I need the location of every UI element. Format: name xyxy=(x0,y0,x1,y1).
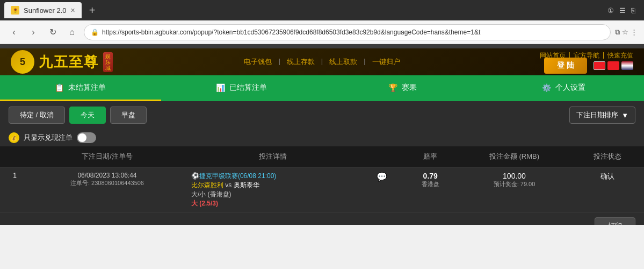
site-top-nav: 网站首页 | 官方导航 | 快速充值 xyxy=(540,51,633,60)
tab-title: Sunflower 2.0 xyxy=(24,6,67,15)
browser-actions: ① ☰ ⎘ xyxy=(607,6,640,15)
address-field[interactable]: 🔒 https://sports-bbin.agbukar.com/popup/… xyxy=(84,24,611,40)
browser-action-menu[interactable]: ☰ xyxy=(619,6,626,15)
filter-today[interactable]: 今天 xyxy=(69,107,106,124)
cashout-icon: 💰 xyxy=(9,132,19,143)
back-button[interactable]: ‹ xyxy=(6,25,21,40)
nav-settled-bets[interactable]: 📊 已结算注单 xyxy=(161,75,322,101)
app-container: 📋 未结算注单 📊 已结算注单 🏆 赛果 ⚙️ 个人设置 待定 / 取消 今天 … xyxy=(0,75,644,225)
nav-sep-1: | xyxy=(278,57,280,67)
est-prize-label: 预计奖金: xyxy=(494,181,519,187)
address-bar-actions: ⧉ ☆ ⋮ xyxy=(615,28,638,37)
refresh-button[interactable]: ↻ xyxy=(45,25,60,40)
bet-number: 1 xyxy=(0,167,30,213)
nav-top-sep-1: | xyxy=(569,51,570,60)
nav-settings[interactable]: ⚙️ 个人设置 xyxy=(483,75,644,101)
settled-bets-icon: 📊 xyxy=(216,83,225,92)
site-nav-center: 电子钱包 | 线上存款 | 线上取款 | 一键归户 xyxy=(244,57,400,67)
home-button[interactable]: ⌂ xyxy=(64,25,79,40)
nav-transfer[interactable]: 一键归户 xyxy=(372,57,400,67)
nav-sep-3: | xyxy=(364,57,365,67)
settings-label: 个人设置 xyxy=(555,83,585,93)
bet-ref-label: 注单号: xyxy=(70,180,90,186)
flag-hk[interactable] xyxy=(594,61,605,70)
flag-us[interactable] xyxy=(621,61,633,70)
tab-favicon: 🌻 xyxy=(11,6,19,15)
print-button[interactable]: 打印 xyxy=(595,217,635,225)
bet-ref: 注单号: 2308060106443506 xyxy=(36,179,178,187)
nav-homepage[interactable]: 网站首页 xyxy=(540,51,566,60)
filter-early[interactable]: 早盘 xyxy=(110,107,147,124)
bets-table: 下注日期/注单号 投注详情 赔率 投注金额 (RMB) 投注状态 1 06/08… xyxy=(0,146,644,213)
nav-pending-bets[interactable]: 📋 未结算注单 xyxy=(0,75,161,101)
browser-action-copy[interactable]: ⎘ xyxy=(631,6,635,15)
nav-ewallet[interactable]: 电子钱包 xyxy=(244,57,272,67)
bet-team1: 比尔森胜利 xyxy=(191,181,223,189)
bet-vs: vs xyxy=(225,181,233,189)
col-odds: 赔率 xyxy=(403,146,458,167)
col-date: 下注日期/注单号 xyxy=(30,146,185,167)
browser-tab[interactable]: 🌻 Sunflower 2.0 × xyxy=(4,2,82,18)
new-tab-button[interactable]: + xyxy=(85,3,100,18)
bet-date: 06/08/2023 13:06:44 xyxy=(36,172,178,179)
bet-date-col: 06/08/2023 13:06:44 注单号: 230806010644350… xyxy=(30,167,185,213)
bet-teams: 比尔森胜利 vs 奥斯泰华 xyxy=(191,181,354,190)
bet-amount-col: 100.00 预计奖金: 79.00 xyxy=(458,167,570,213)
bet-odds-value: 0.79 xyxy=(409,172,451,180)
settings-icon: ⚙️ xyxy=(542,83,551,92)
bookmark-icon[interactable]: ☆ xyxy=(622,28,628,37)
language-flags xyxy=(594,61,633,70)
forward-button[interactable]: › xyxy=(26,25,41,40)
sort-label: 下注日期排序 xyxy=(576,110,618,120)
app-nav: 📋 未结算注单 📊 已结算注单 🏆 赛果 ⚙️ 个人设置 xyxy=(0,75,644,101)
logo-badge: 娱乐城 xyxy=(103,52,113,72)
bet-type: 大/小 (香港盘) xyxy=(191,190,354,199)
browser-action-minimize[interactable]: ① xyxy=(607,6,614,15)
col-amount: 投注金额 (RMB) xyxy=(458,146,570,167)
flag-cn[interactable] xyxy=(607,61,619,70)
filter-pending-cancel[interactable]: 待定 / 取消 xyxy=(9,107,65,124)
bet-est-prize: 预计奖金: 79.00 xyxy=(464,180,564,188)
bet-status-col: 确认 xyxy=(571,167,644,213)
pending-bets-icon: 📋 xyxy=(55,83,64,92)
toggle-label: 只显示兑现注单 xyxy=(24,133,73,143)
more-icon[interactable]: ⋮ xyxy=(631,28,638,37)
nav-official[interactable]: 官方导航 xyxy=(574,51,599,60)
cashout-toggle[interactable] xyxy=(77,132,96,143)
address-bar: ‹ › ↻ ⌂ 🔒 https://sports-bbin.agbukar.co… xyxy=(0,20,644,44)
print-row: 打印 xyxy=(0,213,644,225)
chat-icon[interactable]: 💬 xyxy=(377,172,387,181)
site-nav-right: 网站首页 | 官方导航 | 快速充值 登 陆 xyxy=(544,50,633,74)
logo-number: 5 xyxy=(20,56,25,68)
pending-bets-label: 未结算注单 xyxy=(68,83,106,93)
col-num xyxy=(0,146,30,167)
url-text: https://sports-bbin.agbukar.com/popup/?t… xyxy=(102,29,604,36)
sort-icon: ▼ xyxy=(621,111,628,119)
col-detail: 投注详情 xyxy=(185,146,360,167)
nav-withdraw[interactable]: 线上取款 xyxy=(329,57,357,67)
bet-pick-value: 大 (2.5/3) xyxy=(191,200,218,207)
sort-dropdown[interactable]: 下注日期排序 ▼ xyxy=(569,107,635,124)
site-header: 5 九五至尊 娱乐城 电子钱包 | 线上存款 | 线上取款 | 一键归户 网站首… xyxy=(0,48,644,75)
tab-bar: 🌻 Sunflower 2.0 × + ① ☰ ⎘ xyxy=(0,0,644,20)
col-status: 投注状态 xyxy=(571,146,644,167)
extensions-icon[interactable]: ⧉ xyxy=(615,28,620,37)
est-prize-value: 79.00 xyxy=(520,181,536,187)
bet-amount: 100.00 xyxy=(464,172,564,180)
site-logo: 5 九五至尊 娱乐城 xyxy=(11,50,113,74)
nav-results[interactable]: 🏆 赛果 xyxy=(322,75,483,101)
bet-team2: 奥斯泰华 xyxy=(234,181,259,189)
filter-bar: 待定 / 取消 今天 早盘 下注日期排序 ▼ xyxy=(0,101,644,129)
bet-chat-col: 💬 xyxy=(360,167,403,213)
content-area: 5 九五至尊 娱乐城 电子钱包 | 线上存款 | 线上取款 | 一键归户 网站首… xyxy=(0,48,644,225)
nav-top-sep-2: | xyxy=(603,51,604,60)
lock-icon: 🔒 xyxy=(91,29,99,36)
nav-sep-2: | xyxy=(321,57,323,67)
results-icon: 🏆 xyxy=(388,83,397,92)
nav-quickcharge[interactable]: 快速充值 xyxy=(607,51,633,60)
tab-close-button[interactable]: × xyxy=(71,6,75,15)
bet-detail-col: ⚽捷克甲级联赛(06/08 21:00) 比尔森胜利 vs 奥斯泰华 大/小 (… xyxy=(185,167,360,213)
nav-deposit[interactable]: 线上存款 xyxy=(287,57,315,67)
filter-right: 下注日期排序 ▼ xyxy=(569,107,635,124)
bet-match: ⚽捷克甲级联赛(06/08 21:00) xyxy=(191,172,354,181)
